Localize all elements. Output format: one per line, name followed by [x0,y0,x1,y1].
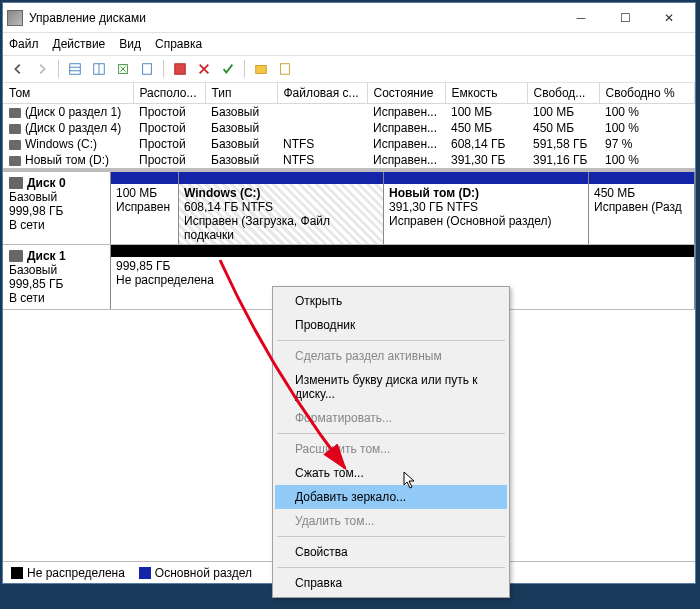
ctx-active: Сделать раздел активным [275,344,507,368]
svg-rect-0 [70,64,81,75]
refresh-icon[interactable] [112,58,134,80]
partition[interactable]: 450 МБ Исправен (Разд [589,172,695,244]
disk-0-head[interactable]: Диск 0 Базовый 999,98 ГБ В сети [3,172,111,244]
partition[interactable]: 100 МБ Исправен [111,172,179,244]
settings-icon[interactable] [169,58,191,80]
ctx-mirror[interactable]: Добавить зеркало... [275,485,507,509]
svg-rect-6 [143,64,152,75]
maximize-button[interactable]: ☐ [603,4,647,32]
note-icon[interactable] [274,58,296,80]
table-row[interactable]: (Диск 0 раздел 1)ПростойБазовыйИсправен.… [3,104,695,121]
col-layout[interactable]: Располо... [133,83,205,104]
volume-table: Том Располо... Тип Файловая с... Состоян… [3,83,695,169]
view-detail-icon[interactable] [88,58,110,80]
table-row[interactable]: (Диск 0 раздел 4)ПростойБазовыйИсправен.… [3,120,695,136]
partition-windows-c[interactable]: Windows (C:) 608,14 ГБ NTFS Исправен (За… [179,172,384,244]
svg-rect-8 [256,66,267,74]
toolbar [3,55,695,83]
col-type[interactable]: Тип [205,83,277,104]
ctx-open[interactable]: Открыть [275,289,507,313]
col-capacity[interactable]: Емкость [445,83,527,104]
ctx-extend: Расширить том... [275,437,507,461]
view-list-icon[interactable] [64,58,86,80]
app-icon [7,10,23,26]
ctx-shrink[interactable]: Сжать том... [275,461,507,485]
disk-0-row: Диск 0 Базовый 999,98 ГБ В сети 100 МБ И… [3,172,695,245]
check-icon[interactable] [217,58,239,80]
col-freepct[interactable]: Свободно % [599,83,695,104]
folder-icon[interactable] [250,58,272,80]
menu-file[interactable]: Файл [9,37,39,51]
ctx-help[interactable]: Справка [275,571,507,595]
col-volume[interactable]: Том [3,83,133,104]
disk-icon [9,177,23,189]
titlebar: Управление дисками ─ ☐ ✕ [3,3,695,33]
properties-icon[interactable] [136,58,158,80]
window-title: Управление дисками [29,11,559,25]
col-free[interactable]: Свобод... [527,83,599,104]
table-row[interactable]: Windows (C:)ПростойБазовыйNTFSИсправен..… [3,136,695,152]
forward-button[interactable] [31,58,53,80]
svg-rect-7 [175,64,186,75]
ctx-explorer[interactable]: Проводник [275,313,507,337]
close-button[interactable]: ✕ [647,4,691,32]
ctx-delete: Удалить том... [275,509,507,533]
ctx-letter[interactable]: Изменить букву диска или путь к диску... [275,368,507,406]
table-row[interactable]: Новый том (D:)ПростойБазовыйNTFSИсправен… [3,152,695,168]
delete-icon[interactable] [193,58,215,80]
minimize-button[interactable]: ─ [559,4,603,32]
col-fs[interactable]: Файловая с... [277,83,367,104]
disk-icon [9,250,23,262]
menu-view[interactable]: Вид [119,37,141,51]
ctx-format: Форматировать... [275,406,507,430]
svg-rect-9 [281,64,290,75]
menu-help[interactable]: Справка [155,37,202,51]
menu-action[interactable]: Действие [53,37,106,51]
col-status[interactable]: Состояние [367,83,445,104]
back-button[interactable] [7,58,29,80]
ctx-props[interactable]: Свойства [275,540,507,564]
partition-new-d[interactable]: Новый том (D:) 391,30 ГБ NTFS Исправен (… [384,172,589,244]
menu-bar: Файл Действие Вид Справка [3,33,695,55]
context-menu: Открыть Проводник Сделать раздел активны… [272,286,510,598]
disk-1-head[interactable]: Диск 1 Базовый 999,85 ГБ В сети [3,245,111,309]
